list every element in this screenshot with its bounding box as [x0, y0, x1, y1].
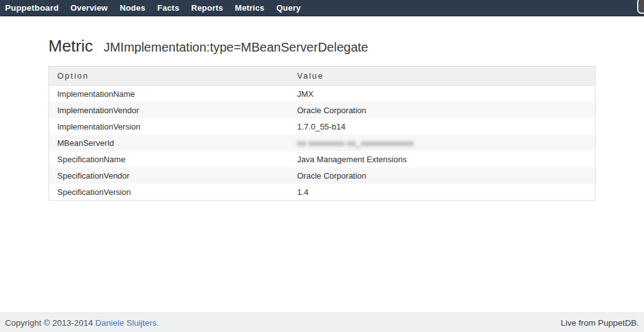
page-heading: Metric JMImplementation:type=MBeanServer… [48, 35, 596, 57]
value-cell: 1.7.0_55-b14 [289, 118, 596, 135]
value-cell: 1.4 [289, 184, 596, 201]
column-header-option: Option [49, 67, 289, 86]
table-row: MBeanServerId xx-xxxxxxxx-xx_xxxxxxxxxxx… [49, 135, 596, 151]
value-cell: JMX [289, 86, 596, 102]
value-cell-redacted: xx-xxxxxxxx-xx_xxxxxxxxxxxx [289, 135, 596, 151]
nav-item-nodes[interactable]: Nodes [114, 3, 152, 13]
option-cell: SpecificationVersion [49, 184, 289, 201]
table-row: ImplementationVendor Oracle Corporation [49, 102, 596, 118]
value-cell: Oracle Corporation [289, 102, 596, 118]
nav-item-overview[interactable]: Overview [64, 3, 113, 13]
table-row: SpecificationName Java Management Extens… [49, 151, 596, 167]
author-link[interactable]: Daniele Sluijters. [96, 318, 159, 328]
top-navbar: Puppetboard Overview Nodes Facts Reports… [0, 0, 644, 16]
page-title: Metric [48, 36, 93, 55]
nav-item-facts[interactable]: Facts [152, 3, 186, 13]
puppetdb-status-text: Live from PuppetDB. [560, 318, 639, 328]
table-row: ImplementationVersion 1.7.0_55-b14 [49, 118, 596, 135]
scrollbar-thumb[interactable] [637, 0, 644, 14]
table-row: SpecificationVendor Oracle Corporation [49, 167, 596, 184]
value-cell: Oracle Corporation [289, 167, 596, 184]
metric-name: JMImplementation:type=MBeanServerDelegat… [104, 40, 369, 54]
option-cell: ImplementationVendor [49, 102, 289, 118]
option-cell: ImplementationVersion [49, 118, 289, 135]
page-footer: Copyright © 2013-2014 Daniele Sluijters.… [0, 313, 644, 332]
option-cell: ImplementationName [49, 86, 289, 102]
table-row: ImplementationName JMX [49, 86, 596, 102]
nav-item-reports[interactable]: Reports [186, 3, 230, 13]
table-header-row: Option Value [49, 67, 596, 86]
option-cell: SpecificationName [49, 151, 289, 167]
navbar-brand-puppetboard[interactable]: Puppetboard [5, 3, 64, 13]
value-cell: Java Management Extensions [289, 151, 596, 167]
blurred-server-id: xx-xxxxxxxx-xx_xxxxxxxxxxxx [297, 138, 414, 148]
copyright-text: Copyright © 2013-2014 Daniele Sluijters. [5, 318, 159, 328]
metric-options-table: Option Value ImplementationName JMX Impl… [48, 66, 596, 201]
nav-item-metrics[interactable]: Metrics [229, 3, 270, 13]
option-cell: SpecificationVendor [49, 167, 289, 184]
main-content: Metric JMImplementation:type=MBeanServer… [48, 35, 596, 201]
column-header-value: Value [289, 67, 596, 86]
table-row: SpecificationVersion 1.4 [49, 184, 596, 201]
copyright-prefix: Copyright © 2013-2014 [5, 318, 93, 328]
option-cell: MBeanServerId [49, 135, 289, 151]
nav-item-query[interactable]: Query [270, 3, 307, 13]
